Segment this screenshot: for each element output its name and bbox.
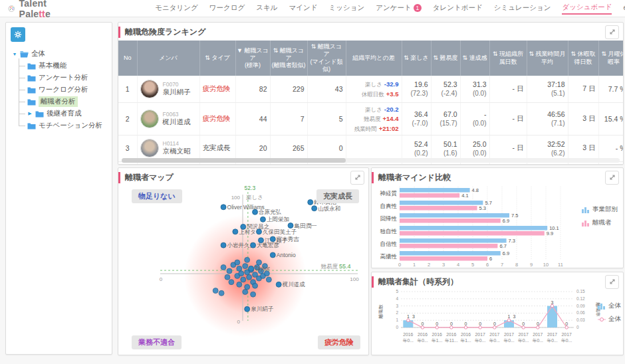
scatter-point[interactable] <box>229 280 234 285</box>
bar-leavers[interactable] <box>400 256 487 261</box>
expand-button[interactable] <box>350 171 364 185</box>
line-marker[interactable] <box>421 326 424 329</box>
scatter-point[interactable] <box>241 277 246 282</box>
horizontal-scrollbar[interactable] <box>122 158 620 163</box>
caret-expanded-icon[interactable]: ▼ <box>12 52 17 56</box>
nav-item-dashboard[interactable]: ダッシュボード <box>562 3 612 15</box>
nav-item-mind[interactable]: マインド <box>289 3 318 14</box>
scatter-point[interactable] <box>221 242 226 248</box>
nav-item-skill[interactable]: スキル <box>256 3 277 14</box>
legend-item[interactable]: 全体 <box>598 302 621 310</box>
bar-division[interactable] <box>400 226 547 230</box>
table-row[interactable]: 2 F0063梶川道成 疲労危険 44 7 5 楽しさ -20.2 難易度 +1… <box>118 102 624 135</box>
scatter-point[interactable] <box>288 223 293 228</box>
nav-item-monitoring[interactable]: モニタリング <box>155 3 197 14</box>
scatter-point[interactable] <box>253 283 258 288</box>
table-row[interactable]: 1 F0070泉川絹子 疲労危険 82 229 43 楽しさ -32.9 休暇日… <box>118 76 624 102</box>
scatter-point[interactable] <box>251 292 256 297</box>
sidebar-item-attrition-analysis[interactable]: 離職者分析 <box>26 96 107 108</box>
col-difficulty[interactable]: ⇅ 難易度 <box>431 41 460 76</box>
nav-item-talentboard[interactable]: タレントボード <box>433 3 483 14</box>
scatter-point[interactable] <box>312 206 317 211</box>
scatter-point[interactable] <box>233 229 238 234</box>
expand-button[interactable] <box>605 275 619 289</box>
nav-item-simulation[interactable]: シミュレーション <box>494 3 551 14</box>
scatter-point[interactable] <box>245 284 250 290</box>
caret-collapsed-icon[interactable]: ▶ <box>27 111 33 116</box>
col-member[interactable]: メンバ <box>137 41 199 76</box>
col-score-standard[interactable]: ▼ 離職スコア (標準) <box>235 41 270 76</box>
scatter-point[interactable] <box>253 209 258 215</box>
scatter-point[interactable] <box>257 260 262 265</box>
scatter-point[interactable] <box>276 282 281 287</box>
scatter-point[interactable] <box>266 277 271 282</box>
scatter-chart[interactable]: 100楽しさ52.300100難易度55.4Oliver Williams鈴木賢… <box>124 184 364 353</box>
col-achievement[interactable]: ⇅ 達成感 <box>460 41 489 76</box>
bar-leavers[interactable] <box>400 231 545 236</box>
col-leave-days[interactable]: ⇅ 休暇取得日数 <box>568 41 598 76</box>
bar-division[interactable] <box>400 238 507 243</box>
col-monday-rate[interactable]: ⇅ 月曜休暇率 <box>598 41 624 76</box>
line-marker[interactable] <box>464 326 467 329</box>
scatter-point[interactable] <box>260 217 265 222</box>
nav-item-survey[interactable]: アンケート1 <box>376 3 421 14</box>
line-marker[interactable] <box>436 326 438 329</box>
line-marker[interactable] <box>551 304 553 307</box>
bar-leavers[interactable] <box>400 219 501 223</box>
bar-division[interactable] <box>400 251 501 256</box>
scatter-point[interactable] <box>225 274 230 280</box>
sidebar-item-basic[interactable]: 基本機能 <box>26 60 107 72</box>
sidebar-settings-button[interactable] <box>11 27 25 42</box>
brand[interactable]: Talent Palette <box>8 0 55 19</box>
scatter-point[interactable] <box>213 288 218 294</box>
col-type[interactable]: ⇅ タイプ <box>199 41 235 76</box>
sidebar-item-root[interactable]: ▼ 全体 <box>11 48 107 60</box>
scatter-point[interactable] <box>227 268 232 274</box>
expand-button[interactable] <box>605 25 619 39</box>
nav-item-mission[interactable]: ミッション <box>329 3 365 14</box>
bar-leavers[interactable] <box>400 244 497 248</box>
legend-item[interactable]: 全体 <box>598 315 621 323</box>
scatter-point[interactable] <box>308 199 313 205</box>
sidebar-item-survey-analysis[interactable]: アンケート分析 <box>26 72 107 84</box>
expand-button[interactable] <box>605 171 619 185</box>
scatter-point[interactable] <box>245 257 250 262</box>
scatter-point[interactable] <box>245 306 250 312</box>
line-marker[interactable] <box>479 326 481 329</box>
scatter-point[interactable] <box>221 205 226 210</box>
line-marker[interactable] <box>493 326 496 329</box>
scatter-point[interactable] <box>247 274 252 280</box>
scatter-point[interactable] <box>235 260 240 265</box>
scatter-point[interactable] <box>270 236 275 242</box>
scrollbar-thumb[interactable] <box>122 158 346 163</box>
scatter-point[interactable] <box>243 289 248 294</box>
scatter-point[interactable] <box>251 242 256 248</box>
scatter-point[interactable] <box>237 266 242 271</box>
col-score-similar[interactable]: ⇅ 離職スコア (離職者類似) <box>270 41 307 76</box>
bar-chart[interactable]: 012345678910114.84.1神経質5.75.3自責性7.56.9回帰… <box>376 185 572 268</box>
bar-division[interactable] <box>400 201 483 205</box>
bar-division[interactable] <box>400 188 470 193</box>
line-marker[interactable] <box>522 326 525 329</box>
legend-item[interactable]: 離職者 <box>582 219 618 227</box>
scatter-point[interactable] <box>239 271 244 276</box>
bar-leavers[interactable] <box>400 206 477 211</box>
timeseries-chart[interactable]: 0010.0320.0630.0940.1250.15離職数離職率132016年… <box>374 288 600 353</box>
col-no[interactable]: No <box>118 41 137 76</box>
col-overtime[interactable]: ⇅ 残業時間月平均 <box>527 41 568 76</box>
scatter-point[interactable] <box>243 264 248 269</box>
bar-leavers[interactable] <box>400 193 459 198</box>
timeseries-bar[interactable] <box>547 306 557 327</box>
line-marker[interactable] <box>450 326 453 329</box>
col-fun[interactable]: ⇅ 楽しさ <box>402 41 431 76</box>
scatter-point[interactable] <box>237 282 242 287</box>
line-marker[interactable] <box>537 326 539 329</box>
sidebar-item-worklog-analysis[interactable]: ワークログ分析 <box>26 84 107 96</box>
col-tenure[interactable]: ⇅ 現組織所属日数 <box>489 41 527 76</box>
scatter-point[interactable] <box>219 290 224 296</box>
sidebar-item-successor[interactable]: ▶ 後継者育成 <box>26 108 107 120</box>
legend-item[interactable]: 事業部別 <box>582 205 618 214</box>
scatter-point[interactable] <box>257 229 262 234</box>
sidebar-item-motivation[interactable]: モチベーション分析 <box>26 120 107 132</box>
bar-division[interactable] <box>400 213 509 218</box>
